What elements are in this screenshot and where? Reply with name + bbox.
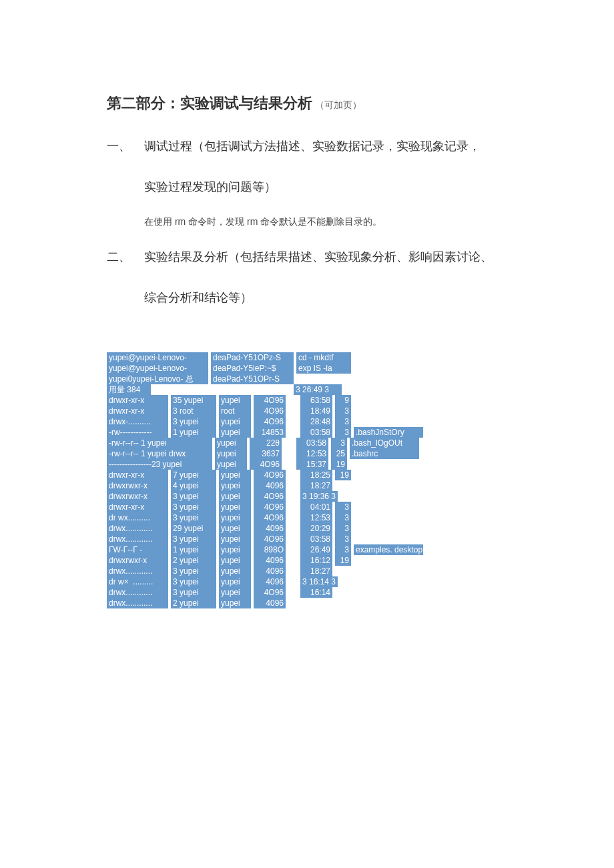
size: 898O: [254, 544, 286, 555]
links-owner: 3 yupei: [171, 512, 216, 523]
group: yupei: [219, 544, 251, 555]
section-2-line1: 实验结果及分析（包括结果描述、实验现象分析、影响因素讨论、: [144, 243, 505, 272]
top-time: 3 26:49 3: [294, 384, 342, 395]
group: yupei: [219, 576, 251, 587]
perm: drwx............: [107, 566, 168, 576]
filename: .bashJnStOry: [354, 427, 423, 438]
note-rm-cmd-1: rm: [175, 216, 186, 227]
perm: drwx............: [107, 587, 168, 598]
terminal-row: 用量 384 3 26:49 3: [107, 384, 527, 395]
terminal-row: drwx............2 yupeiyupei4096: [107, 598, 527, 608]
links-owner: 3 yupei: [171, 587, 216, 598]
time: 26:49: [300, 544, 332, 555]
group: yupei: [219, 534, 251, 544]
terminal-row: drwxr-xr-x3 yupeiyupei4O96 04:013: [107, 502, 527, 512]
perm: drwx............: [107, 598, 168, 608]
terminal-row: drwxrwxr-x4 yupeiyupei4096 18:27: [107, 480, 527, 491]
group: yupei: [215, 459, 247, 470]
time: 16:14: [300, 587, 332, 598]
section-1-line2: 实验过程发现的问题等）: [144, 173, 527, 201]
perm: drwxrwxr·x: [107, 555, 168, 566]
links-owner: 3 yupei: [171, 566, 216, 576]
size: 4O96: [254, 395, 286, 406]
perm: dr w× .........: [107, 576, 168, 587]
perm: dr wx..........: [107, 512, 168, 523]
links-owner: 7 yupei: [171, 470, 216, 480]
time: 15:37: [296, 459, 328, 470]
terminal-row: drwxr-xr-x3 rootroot4O96 18:493: [107, 406, 527, 416]
terminal-row: drwx-..........3 yupeiyupei4O96 28:483: [107, 416, 527, 427]
size: 3637: [250, 448, 282, 459]
group: yupei: [219, 427, 251, 438]
section-2-line2: 综合分析和结论等）: [144, 284, 527, 312]
size: 4O96: [254, 416, 286, 427]
col-k: 3: [335, 512, 351, 523]
links-owner: 1 yupei: [171, 544, 216, 555]
perm: -rw-r--r-- 1 yupei: [107, 438, 212, 448]
group: yupei: [215, 438, 247, 448]
terminal-row: -rw-r--r-- 1 yupei drwxyupei3637 12:5325…: [107, 448, 527, 459]
terminal-row: -rw-r--r-- 1 yupeiyupei22θ 03:583.bash_l…: [107, 438, 527, 448]
time: 18:49: [300, 406, 332, 416]
group: yupei: [219, 395, 251, 406]
prompt-device: deaPad-Y51OPr-S: [211, 374, 294, 384]
size: 4O96: [254, 512, 286, 523]
time: 18:27: [300, 480, 332, 491]
perm: drwx-..........: [107, 416, 168, 427]
col-k: 3: [335, 416, 351, 427]
links-owner: 3 yupei: [171, 534, 216, 544]
prompt-cmd: exp IS -la: [296, 363, 351, 374]
col-k: 3: [335, 427, 351, 438]
size: 4O96: [254, 470, 286, 480]
prompt-host: yupei0yupei-Lenovo- 总: [107, 374, 208, 384]
perm: drwxr-xr-x: [107, 406, 168, 416]
filename: examples. desktop: [354, 544, 423, 555]
group: yupei: [219, 416, 251, 427]
terminal-screenshot: yupei@yupei-Lenovo-deaPad-Y51OPz-Scd - m…: [107, 352, 527, 608]
terminal-row: drwx............3 yupeiyupei4096 18:27: [107, 566, 527, 576]
links-owner: 29 yupei: [171, 523, 216, 534]
time: 03:58: [296, 438, 328, 448]
terminal-row: drwx............3 yupeiyupei4O96 16:14: [107, 587, 527, 598]
section-1-line1: 调试过程（包括调试方法描述、实验数据记录，实验现象记录，: [144, 132, 505, 161]
terminal-row: drwxr-xr-x7 yupeiyupei4O96 18:2519: [107, 470, 527, 480]
terminal-row: dr w× .........3 yupeiyupei4096 3 16:14 …: [107, 576, 527, 587]
links-owner: 3 yupei: [171, 416, 216, 427]
links-owner: 35 yupei: [171, 395, 216, 406]
col-k: 3: [331, 438, 347, 448]
prompt-cmd: cd - mkdtf: [296, 352, 351, 363]
terminal-row: yupei0yupei-Lenovo- 总deaPad-Y51OPr-S: [107, 374, 527, 384]
group: yupei: [219, 480, 251, 491]
col-k: 25: [331, 448, 347, 459]
note-tail: 命令默认是不能删除目录的。: [258, 216, 382, 227]
links-owner: 3 root: [171, 406, 216, 416]
section-1: 一、调试过程（包括调试方法描述、实验数据记录，实验现象记录，: [107, 132, 527, 161]
note-pre: 在使用: [144, 216, 175, 227]
size: 4096: [254, 566, 286, 576]
col-k: 19: [335, 555, 351, 566]
col-k: 3: [335, 534, 351, 544]
links-owner: 2 yupei: [171, 555, 216, 566]
terminal-row: drwxr-xr-x35 yupeiyupei4O96 63:589: [107, 395, 527, 406]
col-k: 3: [335, 502, 351, 512]
perm: drwxr-xr-x: [107, 395, 168, 406]
perm: ----------------23 yupei: [107, 459, 212, 470]
group: yupei: [219, 523, 251, 534]
links-owner: 3 yupei: [171, 491, 216, 502]
terminal-row: drwx............29 yupeiyupei4096 20:293: [107, 523, 527, 534]
links-owner: 2 yupei: [171, 598, 216, 608]
size: 22θ: [250, 438, 282, 448]
group: yupei: [219, 566, 251, 576]
terminal-row: yupei@yupei-Lenovo-deaPad-Y51OPz-Scd - m…: [107, 352, 527, 363]
perm: drwx............: [107, 534, 168, 544]
size: 4096: [254, 576, 286, 587]
terminal-row: drwxrwxr·x2 yupeiyupei4096 16:1219: [107, 555, 527, 566]
perm: drwxrwxr-x: [107, 491, 168, 502]
time: 28:48: [300, 416, 332, 427]
col-k: 3 19:36 3: [300, 491, 338, 502]
perm: drwxr-xr-x: [107, 502, 168, 512]
col-k: 19: [335, 470, 351, 480]
perm: drwxr-xr-x: [107, 470, 168, 480]
filename: .bashrc: [350, 448, 419, 459]
prompt-device: deaPad-Y5ieP:~$: [211, 363, 294, 374]
